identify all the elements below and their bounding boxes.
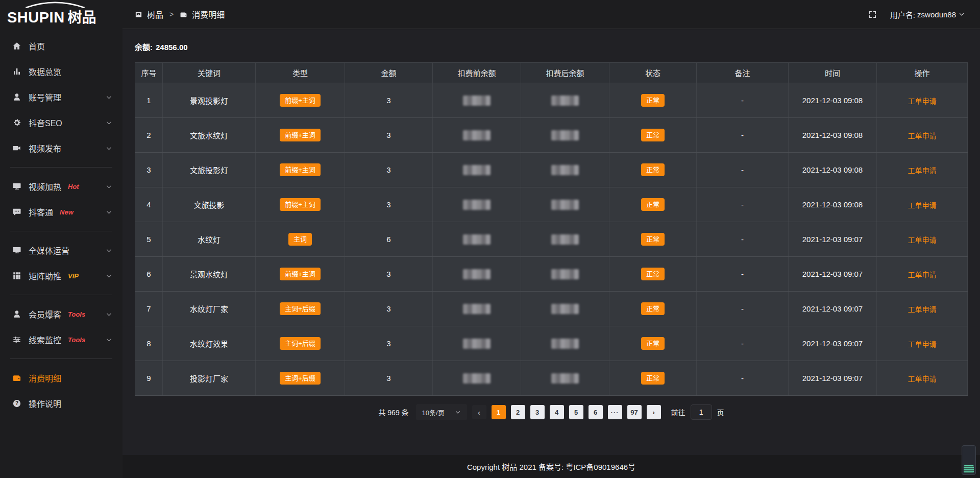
col-index: 序号	[135, 63, 163, 83]
copyright-text: Copyright 树品 2021 备案号: 粤ICP备09019646号	[467, 461, 635, 472]
cell-keyword: 景观投影灯	[163, 83, 256, 118]
cell-balance-after	[521, 326, 609, 361]
wallet-icon	[12, 373, 21, 383]
table-row: 5 水纹灯 主词 6 正常 - 2021-12-03 09:07 工单申请	[135, 222, 968, 257]
cell-action: 工单申请	[877, 257, 968, 292]
page-size-select[interactable]: 10条/页	[416, 404, 467, 420]
col-type: 类型	[256, 63, 345, 83]
cell-type: 前缀+主词	[256, 83, 345, 118]
cell-action: 工单申请	[877, 292, 968, 326]
prev-page-button[interactable]: ‹	[472, 405, 486, 419]
cell-balance-after	[521, 292, 609, 326]
user-menu[interactable]: 用户名: zswodun88	[890, 9, 965, 20]
sidebar-item-video-publish[interactable]: 视频发布	[0, 135, 122, 161]
sidebar-item-member-burst[interactable]: 会员爆客 Tools	[0, 301, 122, 327]
sidebar-item-douketong[interactable]: 抖客通 New	[0, 199, 122, 225]
sidebar-item-operation-guide[interactable]: ? 操作说明	[0, 391, 122, 416]
cell-status: 正常	[609, 326, 697, 361]
work-order-link[interactable]: 工单申请	[908, 132, 937, 140]
page-button-···[interactable]: ···	[608, 405, 622, 419]
sidebar-item-all-media[interactable]: 全媒体运营	[0, 237, 122, 263]
topbar: 树品 > 消费明细 用户名: zswodun88	[122, 0, 980, 29]
sidebar-item-label: 首页	[29, 40, 45, 52]
cell-index: 2	[135, 118, 163, 153]
redacted-value	[551, 95, 579, 106]
work-order-link[interactable]: 工单申请	[908, 97, 937, 105]
page-button-2[interactable]: 2	[511, 405, 525, 419]
breadcrumb-item-current[interactable]: 消费明细	[180, 8, 225, 20]
goto-page-input[interactable]	[691, 404, 712, 420]
page-button-3[interactable]: 3	[530, 405, 545, 419]
goto-page: 前往 页	[671, 404, 724, 420]
goto-label: 前往	[671, 407, 685, 417]
brand-logo[interactable]: SHUPIN 树品	[0, 0, 122, 29]
sidebar-item-lead-monitor[interactable]: 线索监控 Tools	[0, 327, 122, 352]
page-button-6[interactable]: 6	[589, 405, 603, 419]
cell-status: 正常	[609, 187, 697, 222]
fullscreen-icon[interactable]	[868, 10, 877, 19]
cell-balance-after	[521, 187, 609, 222]
chevron-down-icon	[106, 119, 112, 126]
work-order-link[interactable]: 工单申请	[908, 305, 937, 314]
consumption-table: 序号 关键词 类型 金额 扣费前余额 扣费后余额 状态 备注 时间 操作 1 景…	[135, 62, 968, 396]
breadcrumb-item-home[interactable]: 树品	[135, 8, 163, 20]
sidebar-item-label: 操作说明	[29, 397, 61, 410]
table-body: 1 景观投影灯 前缀+主词 3 正常 - 2021-12-03 09:08 工单…	[135, 83, 968, 396]
cell-index: 8	[135, 326, 163, 361]
cell-time: 2021-12-03 09:08	[789, 153, 877, 187]
redacted-value	[551, 269, 579, 279]
scrollbar-stripes	[964, 465, 974, 473]
work-order-link[interactable]: 工单申请	[908, 340, 937, 348]
type-badge: 主词+后缀	[280, 372, 321, 385]
username-value: zswodun88	[917, 10, 956, 19]
mini-scrollbar-widget[interactable]	[962, 445, 976, 475]
page-button-5[interactable]: 5	[569, 405, 583, 419]
chevron-down-icon	[959, 11, 965, 17]
page-button-97[interactable]: 97	[627, 405, 642, 419]
cell-type: 主词	[256, 222, 345, 257]
col-amount: 金额	[345, 63, 433, 83]
cell-type: 主词+后缀	[256, 326, 345, 361]
sidebar-item-matrix-boost[interactable]: 矩阵助推 VIP	[0, 263, 122, 289]
page-button-4[interactable]: 4	[550, 405, 564, 419]
table-row: 8 水纹灯效果 主词+后缀 3 正常 - 2021-12-03 09:07 工单…	[135, 326, 968, 361]
chevron-down-icon	[106, 183, 112, 190]
content-area: 余额:24856.00 序号 关键词 类型 金额 扣费前余额 扣费后余额	[122, 29, 980, 455]
breadcrumb-label: 树品	[147, 8, 163, 20]
sidebar-item-consume-detail[interactable]: 消费明细	[0, 365, 122, 391]
status-badge: 正常	[641, 129, 665, 141]
page-button-1[interactable]: 1	[492, 405, 506, 419]
cell-balance-before	[433, 153, 521, 187]
cell-index: 3	[135, 153, 163, 187]
wallet-icon	[180, 11, 187, 18]
cell-action: 工单申请	[877, 187, 968, 222]
cell-balance-after	[521, 257, 609, 292]
sidebar-item-label: 视频加热	[29, 180, 61, 193]
sidebar-item-home[interactable]: 首页	[0, 33, 122, 59]
type-badge: 主词+后缀	[280, 302, 321, 315]
sidebar-item-data-overview[interactable]: 数据总览	[0, 59, 122, 84]
table-row: 6 景观水纹灯 前缀+主词 3 正常 - 2021-12-03 09:07 工单…	[135, 257, 968, 292]
sidebar-item-douyin-seo[interactable]: 抖音SEO	[0, 110, 122, 135]
work-order-link[interactable]: 工单申请	[908, 166, 937, 175]
work-order-link[interactable]: 工单申请	[908, 271, 937, 279]
chevron-down-icon	[106, 273, 112, 279]
work-order-link[interactable]: 工单申请	[908, 201, 937, 209]
redacted-value	[463, 234, 491, 245]
cell-amount: 3	[345, 361, 433, 396]
cell-amount: 3	[345, 153, 433, 187]
status-badge: 正常	[641, 198, 665, 211]
next-page-button[interactable]: ›	[647, 405, 661, 419]
app-window: SHUPIN 树品 首页 数据总览 账号管理 抖音SEO 视频发布 视频加热	[0, 0, 980, 478]
cell-type: 前缀+主词	[256, 153, 345, 187]
table-row: 7 水纹灯厂家 主词+后缀 3 正常 - 2021-12-03 09:07 工单…	[135, 292, 968, 326]
chat-icon	[12, 207, 21, 217]
sidebar-item-video-heat[interactable]: 视频加热 Hot	[0, 174, 122, 199]
redacted-value	[551, 304, 579, 314]
sidebar-item-account-manage[interactable]: 账号管理	[0, 84, 122, 110]
page-buttons: 1 2 3 4 5 6 ··· 97	[492, 405, 642, 419]
work-order-link[interactable]: 工单申请	[908, 236, 937, 244]
work-order-link[interactable]: 工单申请	[908, 375, 937, 383]
cell-time: 2021-12-03 09:07	[789, 222, 877, 257]
home-icon	[12, 41, 21, 51]
